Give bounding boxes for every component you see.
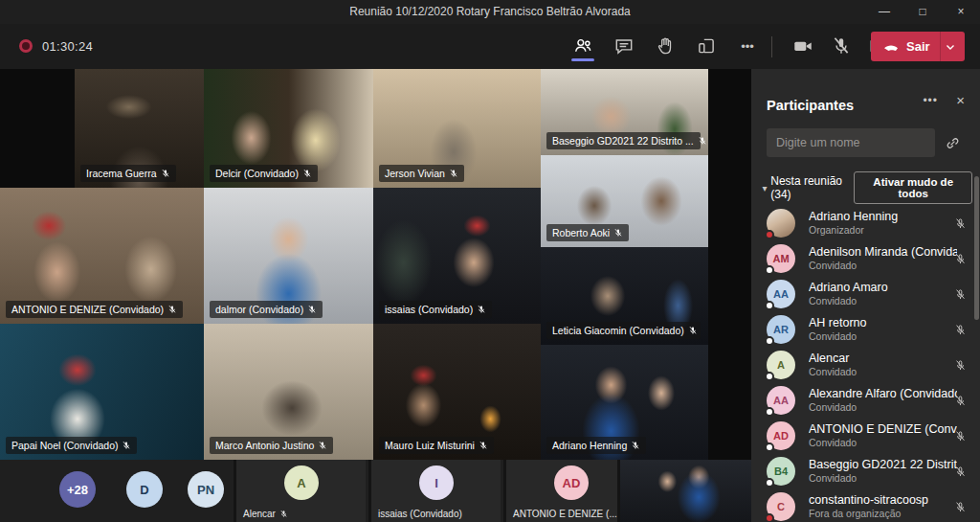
participant-row-antonio-denize[interactable]: AD ANTONIO E DENIZE (Convida... Convidad… xyxy=(751,420,980,455)
minimize-button[interactable]: — xyxy=(865,0,903,24)
toolbar-center-icons: ••• xyxy=(570,33,760,59)
video-tile-issaias[interactable]: issaias (Convidado) xyxy=(373,188,541,324)
participant-row-baseggio[interactable]: B4 Baseggio GD2021 22 Distrito ... Convi… xyxy=(751,455,980,490)
breakout-rooms-button[interactable] xyxy=(694,33,719,59)
mic-muted-icon[interactable] xyxy=(954,323,967,340)
tile-name-label: Leticia Giacomin (Convidado) xyxy=(546,322,701,339)
tile-name-label: Roberto Aoki xyxy=(546,224,629,241)
window-controls: — □ × xyxy=(865,0,980,24)
participant-name: constantino-sitracoosp xyxy=(809,493,957,508)
more-actions-button[interactable]: ••• xyxy=(735,33,760,59)
audio-tile-issaias[interactable]: I issaias (Convidado) xyxy=(368,460,501,522)
copy-link-icon[interactable] xyxy=(945,135,961,151)
tile-name-label: Mauro Luiz Misturini xyxy=(379,437,494,454)
video-tile-dalmor[interactable]: dalmor (Convidado) xyxy=(204,188,373,324)
video-tile-papai-noel[interactable]: Papai Noel (Convidado) xyxy=(0,324,204,460)
mic-muted-icon xyxy=(167,305,177,314)
search-input[interactable] xyxy=(767,128,935,157)
tile-name-text: Marco Antonio Justino xyxy=(215,438,314,453)
avatar[interactable]: PN xyxy=(188,471,224,508)
video-tile-baseggio[interactable]: Baseggio GD2021 22 Distrito ... xyxy=(541,69,708,155)
video-tile-marco-antonio-justino[interactable]: Marco Antonio Justino xyxy=(204,324,373,460)
participant-name: Adriano Henning xyxy=(809,210,957,224)
avatar: I xyxy=(419,465,454,500)
audio-tile-antonio-denize[interactable]: AD ANTONIO E DENIZE (... xyxy=(503,460,635,522)
participant-row-constantino-sitracoosp[interactable]: C constantino-sitracoosp Fora da organiz… xyxy=(751,490,980,522)
panel-scrollbar[interactable] xyxy=(974,176,979,320)
avatar xyxy=(767,209,795,238)
video-tile-adriano-henning[interactable]: Adriano Henning xyxy=(541,345,708,460)
participant-row-alencar[interactable]: A Alencar Convidado xyxy=(751,349,980,384)
video-tile-delcir[interactable]: Delcir (Convidado) xyxy=(204,69,373,188)
tile-name-text: Leticia Giacomin (Convidado) xyxy=(552,323,684,338)
video-tile-antonio-denize[interactable]: ANTONIO E DENIZE (Convidado) xyxy=(0,188,204,324)
participant-row-adenilson-miranda[interactable]: AM Adenilson Miranda (Convidad... Convid… xyxy=(751,242,980,278)
teams-meeting-window: Reunião 10/12/2020 Rotary Francisco Belt… xyxy=(0,0,980,522)
overflow-count-avatar[interactable]: +28 xyxy=(59,471,96,508)
avatar[interactable]: D xyxy=(126,471,163,508)
mic-muted-icon[interactable] xyxy=(954,394,967,411)
mic-muted-icon[interactable] xyxy=(954,287,967,305)
mic-muted-icon xyxy=(307,305,317,314)
mic-muted-icon[interactable] xyxy=(954,252,967,269)
avatar: AA xyxy=(767,280,795,308)
mic-muted-icon[interactable] xyxy=(954,358,967,375)
tile-name-label: Alencar xyxy=(243,509,288,519)
tile-name-label: issaias (Convidado) xyxy=(379,301,492,318)
mic-muted-icon xyxy=(688,326,698,335)
avatar: B4 xyxy=(767,457,795,486)
leave-options-button[interactable] xyxy=(941,43,960,51)
participants-button[interactable] xyxy=(570,33,595,59)
panel-more-button[interactable]: ••• xyxy=(923,94,938,107)
section-chevron-icon[interactable]: ▾ xyxy=(759,183,770,193)
participant-row-adriano-henning[interactable]: Adriano Henning Organizador xyxy=(751,207,980,242)
presence-dot xyxy=(765,301,774,310)
panel-close-button[interactable]: × xyxy=(956,92,965,108)
tile-name-label: Jerson Vivian xyxy=(379,165,464,182)
avatar-initials: AA xyxy=(773,395,789,406)
mic-muted-icon[interactable] xyxy=(954,465,967,482)
mic-muted-icon[interactable] xyxy=(954,500,967,517)
more-icon: ••• xyxy=(741,39,754,54)
mic-muted-icon[interactable] xyxy=(954,429,967,446)
video-tile-iracema-guerra[interactable]: Iracema Guerra xyxy=(75,69,204,188)
raise-hand-button[interactable] xyxy=(653,33,678,59)
participant-row-ah-retorno[interactable]: AR AH retorno Convidado xyxy=(751,313,980,349)
mute-all-button[interactable]: Ativar mudo de todos xyxy=(854,171,972,204)
window-title: Reunião 10/12/2020 Rotary Francisco Belt… xyxy=(0,0,980,24)
meeting-timer: 01:30:24 xyxy=(42,39,93,54)
presence-dot xyxy=(765,443,774,452)
video-tile-roberto-aoki[interactable]: Roberto Aoki xyxy=(541,155,708,247)
self-video-thumbnail[interactable] xyxy=(617,460,751,522)
tile-name-text: issaias (Convidado) xyxy=(385,302,473,317)
presence-dot xyxy=(765,372,774,381)
tile-name-text: Delcir (Convidado) xyxy=(215,166,299,181)
avatar-initials: A xyxy=(777,359,785,371)
audio-tile-alencar[interactable]: A Alencar xyxy=(234,460,366,522)
avatar: AD xyxy=(767,421,795,450)
video-tile-mauro-luiz-misturini[interactable]: Mauro Luiz Misturini xyxy=(373,324,541,460)
maximize-button[interactable]: □ xyxy=(903,0,942,24)
camera-toggle-button[interactable] xyxy=(791,33,815,59)
tile-name-label: ANTONIO E DENIZE (... xyxy=(513,509,630,519)
tile-name-text: Baseggio GD2021 22 Distrito ... xyxy=(552,133,694,148)
tile-name-text: Adriano Henning xyxy=(552,438,627,453)
participant-row-alexandre-alfaro[interactable]: AA Alexandre Alfaro (Convidado) Convidad… xyxy=(751,384,980,420)
video-tile-jerson-vivian[interactable]: Jerson Vivian xyxy=(373,69,541,188)
search-row xyxy=(767,128,965,157)
chat-button[interactable] xyxy=(612,33,636,59)
mic-muted-icon xyxy=(479,441,488,450)
mic-muted-icon xyxy=(477,305,486,314)
leave-meeting-button[interactable]: Sair xyxy=(871,32,965,61)
presence-dot xyxy=(765,265,774,275)
video-tile-leticia-giacomin[interactable]: Leticia Giacomin (Convidado) xyxy=(541,247,708,345)
tile-name-text: Roberto Aoki xyxy=(552,225,610,240)
mic-muted-icon[interactable] xyxy=(954,216,967,234)
hangup-icon xyxy=(882,40,900,54)
mic-muted-button[interactable] xyxy=(829,33,854,59)
close-button[interactable]: × xyxy=(942,0,980,24)
avatar-initials: C xyxy=(777,501,785,512)
tile-name-text: ANTONIO E DENIZE (Convidado) xyxy=(11,302,164,317)
participant-row-adriano-amaro[interactable]: AA Adriano Amaro Convidado xyxy=(751,278,980,313)
audio-participants-strip: +28 D PN A Alencar I issaias (Convidado)… xyxy=(0,460,751,522)
